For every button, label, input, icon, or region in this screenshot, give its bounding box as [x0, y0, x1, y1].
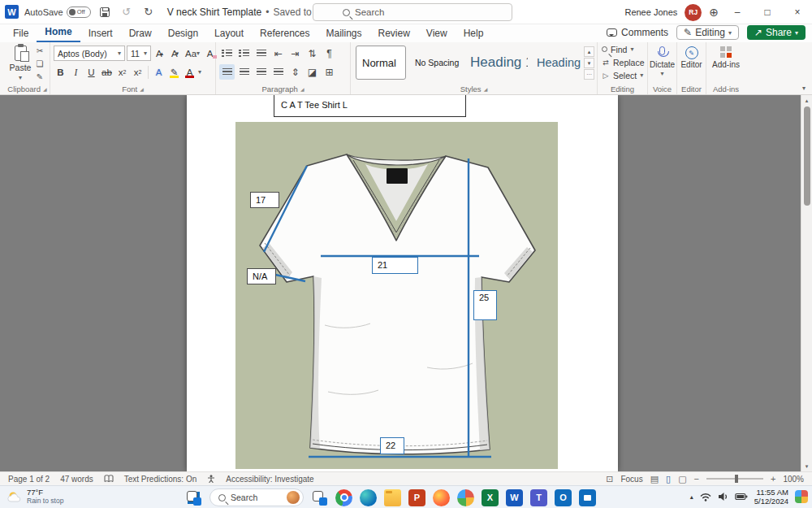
- accessibility-status[interactable]: Accessibility: Investigate: [226, 475, 313, 484]
- copilot-icon[interactable]: [795, 490, 808, 503]
- tab-view[interactable]: View: [418, 25, 456, 42]
- shading-button[interactable]: ◪: [304, 64, 320, 80]
- multilevel-list-button[interactable]: [253, 46, 269, 61]
- font-name-select[interactable]: Aptos (Body)▾: [54, 46, 125, 61]
- share-button[interactable]: ↗Share▾: [747, 25, 806, 40]
- comments-button[interactable]: Comments: [607, 27, 668, 38]
- find-button[interactable]: Find▾: [598, 43, 647, 55]
- text-effects-button[interactable]: A: [152, 64, 166, 80]
- underline-button[interactable]: U: [84, 64, 98, 80]
- cut-button[interactable]: ✂: [33, 45, 46, 57]
- word-count[interactable]: 47 words: [60, 475, 93, 484]
- tab-layout[interactable]: Layout: [206, 25, 252, 42]
- style-heading1[interactable]: Heading 1: [464, 46, 528, 80]
- weather-widget[interactable]: 77°FRain to stop: [6, 488, 63, 506]
- document-page[interactable]: C A T Tee Shirt L: [187, 95, 618, 471]
- select-button[interactable]: ▷Select▾: [598, 69, 647, 81]
- bold-button[interactable]: B: [54, 64, 67, 80]
- close-button[interactable]: ×: [786, 0, 809, 24]
- sort-button[interactable]: ⇅: [304, 46, 320, 61]
- dialog-launcher-icon[interactable]: ◢: [43, 86, 47, 92]
- battery-icon[interactable]: [735, 493, 748, 501]
- tab-help[interactable]: Help: [456, 25, 492, 42]
- user-name[interactable]: Renee Jones: [624, 7, 677, 17]
- read-mode-button[interactable]: ▤: [650, 474, 659, 484]
- decrease-indent-button[interactable]: ⇤: [270, 46, 286, 61]
- zoom-slider[interactable]: [706, 478, 763, 480]
- measurement-chest[interactable]: 21: [372, 257, 418, 274]
- tab-mailings[interactable]: Mailings: [317, 25, 369, 42]
- tab-file[interactable]: File: [5, 25, 37, 42]
- copy-button[interactable]: ❏: [33, 58, 46, 70]
- taskbar-search[interactable]: Search: [209, 488, 304, 506]
- editing-mode-button[interactable]: ✎Editing▾: [676, 25, 739, 40]
- wifi-icon[interactable]: [700, 492, 711, 501]
- dictate-button[interactable]: Dictate ▾: [648, 42, 676, 77]
- line-spacing-button[interactable]: ⇕: [287, 64, 303, 80]
- font-color-button[interactable]: A: [183, 64, 197, 80]
- measurement-length[interactable]: 25: [473, 290, 497, 320]
- print-layout-button[interactable]: ▯: [666, 474, 671, 484]
- zoom-slider-thumb[interactable]: [735, 475, 738, 483]
- avatar[interactable]: RJ: [685, 4, 702, 21]
- chevron-down-icon[interactable]: ▾: [198, 68, 201, 76]
- undo-button[interactable]: ↺: [119, 4, 135, 20]
- measurement-bottom-width[interactable]: 22: [380, 437, 404, 454]
- highlight-button[interactable]: ✎: [167, 64, 181, 80]
- show-paragraph-marks-button[interactable]: ¶: [322, 46, 337, 61]
- document-canvas[interactable]: C A T Tee Shirt L: [0, 95, 812, 471]
- photos-icon[interactable]: [457, 489, 474, 506]
- align-right-button[interactable]: [253, 64, 269, 80]
- styles-more-button[interactable]: ⋯: [584, 69, 594, 80]
- styles-scroll-down-button[interactable]: ▾: [584, 58, 594, 68]
- italic-button[interactable]: I: [69, 64, 83, 80]
- shrink-font-button[interactable]: A▾: [168, 46, 182, 61]
- dialog-launcher-icon[interactable]: ◢: [484, 86, 488, 92]
- tab-review[interactable]: Review: [370, 25, 418, 42]
- teams-icon[interactable]: T: [530, 489, 547, 506]
- scrollbar-thumb[interactable]: [804, 106, 810, 206]
- tab-insert[interactable]: Insert: [80, 25, 121, 42]
- zoom-out-button[interactable]: −: [694, 474, 699, 484]
- tray-chevron-icon[interactable]: ▴: [690, 493, 693, 501]
- superscript-button[interactable]: x2: [131, 64, 145, 80]
- dialog-launcher-icon[interactable]: ◢: [140, 86, 144, 92]
- addins-button[interactable]: Add-ins: [706, 42, 745, 69]
- tab-draw[interactable]: Draw: [121, 25, 160, 42]
- word-logo-icon[interactable]: W: [5, 5, 19, 19]
- text-predictions-status[interactable]: Text Predictions: On: [124, 475, 197, 484]
- file-explorer-icon[interactable]: [384, 489, 401, 506]
- search-input[interactable]: Search: [313, 3, 512, 21]
- firefox-icon[interactable]: [433, 489, 450, 506]
- measurement-sleeve-hem[interactable]: N/A: [247, 268, 276, 284]
- accessibility-icon[interactable]: [207, 475, 215, 483]
- vertical-scrollbar[interactable]: ▴ ▾: [801, 95, 812, 471]
- increase-indent-button[interactable]: ⇥: [287, 46, 303, 61]
- grow-font-button[interactable]: A▴: [153, 46, 166, 61]
- save-button[interactable]: [97, 4, 113, 20]
- excel-icon[interactable]: X: [482, 489, 499, 506]
- measurement-shoulder[interactable]: 17: [250, 192, 279, 208]
- autosave-control[interactable]: AutoSave Off: [24, 7, 91, 18]
- align-center-button[interactable]: [236, 64, 252, 80]
- volume-icon[interactable]: [718, 492, 728, 501]
- outlook-icon[interactable]: O: [555, 489, 572, 506]
- shirt-drawing[interactable]: 17 N/A 21 25 22: [235, 122, 558, 469]
- minimize-button[interactable]: –: [726, 0, 749, 24]
- style-no-spacing[interactable]: No Spacing: [409, 46, 461, 80]
- powerpoint-icon[interactable]: P: [408, 489, 425, 506]
- maximize-button[interactable]: □: [756, 0, 779, 24]
- shirt-title-textbox[interactable]: C A T Tee Shirt L: [274, 95, 466, 117]
- page-indicator[interactable]: Page 1 of 2: [8, 475, 50, 484]
- store-icon[interactable]: [579, 489, 596, 506]
- focus-button[interactable]: Focus: [620, 475, 642, 484]
- clear-formatting-button[interactable]: A: [203, 46, 217, 61]
- scroll-down-arrow[interactable]: ▾: [801, 461, 812, 471]
- zoom-level[interactable]: 100%: [783, 475, 804, 484]
- justify-button[interactable]: [270, 64, 286, 80]
- style-heading2[interactable]: Heading 2: [531, 46, 590, 80]
- proofing-icon[interactable]: [104, 475, 114, 483]
- autosave-toggle[interactable]: Off: [67, 7, 91, 18]
- tab-design[interactable]: Design: [160, 25, 206, 42]
- replace-button[interactable]: ⇄Replace: [598, 56, 647, 68]
